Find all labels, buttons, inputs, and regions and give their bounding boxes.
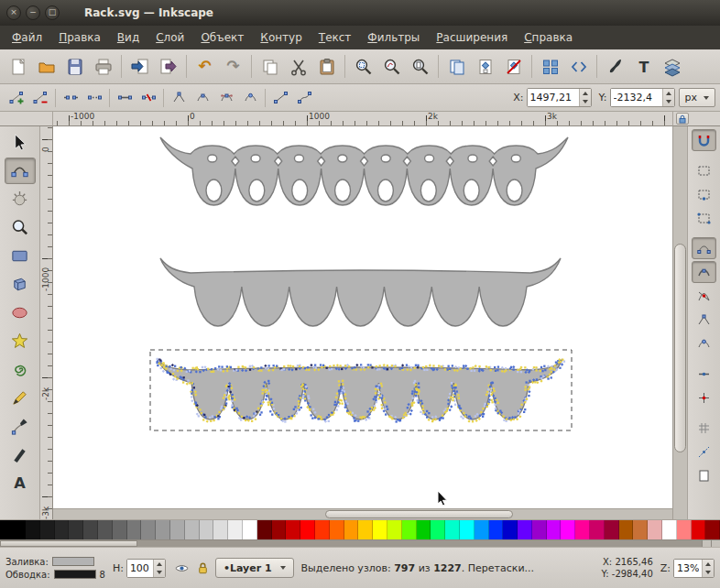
path-node[interactable] <box>329 365 331 367</box>
horizontal-ruler[interactable]: -1000010002k3k <box>53 112 672 126</box>
stroke-color-swatch[interactable] <box>54 570 96 579</box>
path-node[interactable] <box>499 410 501 412</box>
path-node[interactable] <box>174 376 176 377</box>
palette-swatch[interactable] <box>330 520 344 539</box>
path-node[interactable] <box>210 420 212 422</box>
path-node[interactable] <box>533 366 535 368</box>
path-node[interactable] <box>249 365 251 367</box>
lock-zoom-button[interactable] <box>676 113 689 125</box>
path-node[interactable] <box>230 391 232 393</box>
snap-path-button[interactable] <box>692 261 716 283</box>
path-node[interactable] <box>338 390 340 392</box>
path-node[interactable] <box>444 368 446 370</box>
path-node[interactable] <box>233 370 235 372</box>
path-node[interactable] <box>171 364 174 366</box>
path-node[interactable] <box>491 391 493 393</box>
path-node[interactable] <box>528 390 530 393</box>
path-node[interactable] <box>558 362 560 364</box>
path-node[interactable] <box>198 415 200 417</box>
path-node[interactable] <box>257 367 259 369</box>
path-node[interactable] <box>245 366 246 368</box>
menu-layer[interactable]: Слой <box>147 27 192 48</box>
path-node[interactable] <box>534 381 536 383</box>
path-node[interactable] <box>341 368 343 370</box>
path-node[interactable] <box>194 402 196 404</box>
path-node[interactable] <box>206 419 209 422</box>
path-node[interactable] <box>235 408 237 409</box>
path-node[interactable] <box>513 419 515 420</box>
path-node[interactable] <box>448 365 450 367</box>
menu-edit[interactable]: Правка <box>50 27 109 48</box>
path-node[interactable] <box>458 397 460 399</box>
path-node[interactable] <box>418 390 420 392</box>
path-node[interactable] <box>452 399 453 401</box>
path-node[interactable] <box>238 412 240 414</box>
path-node[interactable] <box>361 417 363 419</box>
path-node[interactable] <box>320 416 322 418</box>
snap-enable-button[interactable] <box>692 129 716 151</box>
path-node[interactable] <box>384 408 386 409</box>
opacity-spin-up[interactable] <box>154 560 165 569</box>
palette-swatch[interactable] <box>40 520 55 539</box>
tool-node-editor[interactable] <box>5 158 36 184</box>
menu-filters[interactable]: Фильтры <box>359 27 428 48</box>
path-node[interactable] <box>340 387 342 388</box>
path-node[interactable] <box>367 366 369 368</box>
palette-swatch[interactable] <box>69 520 83 539</box>
path-node[interactable] <box>226 365 228 367</box>
redo-button[interactable]: ↷ <box>219 52 247 81</box>
path-node[interactable] <box>493 395 495 397</box>
path-node[interactable] <box>348 365 350 367</box>
path-node[interactable] <box>475 415 476 417</box>
menu-extensions[interactable]: Расширения <box>428 27 516 48</box>
y-spin-down[interactable] <box>663 98 674 107</box>
path-node[interactable] <box>495 370 496 372</box>
path-node[interactable] <box>466 368 468 370</box>
path-node[interactable] <box>213 419 214 421</box>
delete-segment-button[interactable] <box>136 87 160 109</box>
path-node[interactable] <box>459 368 461 370</box>
path-node[interactable] <box>355 364 358 366</box>
path-node[interactable] <box>340 365 342 366</box>
palette-swatch[interactable] <box>257 520 272 539</box>
path-node[interactable] <box>487 403 489 405</box>
palette-swatch[interactable] <box>0 520 26 539</box>
path-node[interactable] <box>187 379 189 381</box>
path-node[interactable] <box>230 366 232 368</box>
vertical-scrollbar[interactable] <box>672 126 687 519</box>
path-node[interactable] <box>296 412 298 414</box>
path-node[interactable] <box>426 416 428 418</box>
path-node[interactable] <box>322 365 324 366</box>
palette-swatch[interactable] <box>213 520 228 539</box>
import-button[interactable] <box>125 52 154 81</box>
path-node[interactable] <box>406 365 408 366</box>
palette-swatch[interactable] <box>26 520 40 539</box>
new-document-button[interactable] <box>4 52 32 81</box>
path-node[interactable] <box>225 386 227 387</box>
path-node[interactable] <box>191 396 192 397</box>
snap-intersection-button[interactable] <box>692 285 716 307</box>
path-node[interactable] <box>453 390 454 392</box>
path-node[interactable] <box>231 400 233 402</box>
unit-dropdown[interactable]: px <box>679 88 716 107</box>
zoom-spin-down[interactable] <box>703 568 714 577</box>
path-node[interactable] <box>376 368 378 370</box>
path-node[interactable] <box>482 408 484 409</box>
path-node[interactable] <box>255 412 256 414</box>
path-node[interactable] <box>342 403 344 405</box>
path-node[interactable] <box>199 371 201 373</box>
x-coord-input[interactable] <box>528 89 579 106</box>
symmetric-node-button[interactable] <box>214 87 238 109</box>
path-node[interactable] <box>276 412 278 414</box>
close-button[interactable]: × <box>6 5 21 20</box>
palette-scrollbar-thumb[interactable] <box>0 540 137 547</box>
path-node[interactable] <box>497 366 499 368</box>
path-node[interactable] <box>428 412 430 414</box>
palette-swatch[interactable] <box>300 520 315 539</box>
zoom-selection-button[interactable] <box>349 52 377 81</box>
path-node[interactable] <box>341 392 343 394</box>
path-node[interactable] <box>467 419 470 422</box>
path-node[interactable] <box>203 414 205 416</box>
path-node[interactable] <box>381 385 383 387</box>
path-node[interactable] <box>294 406 296 408</box>
